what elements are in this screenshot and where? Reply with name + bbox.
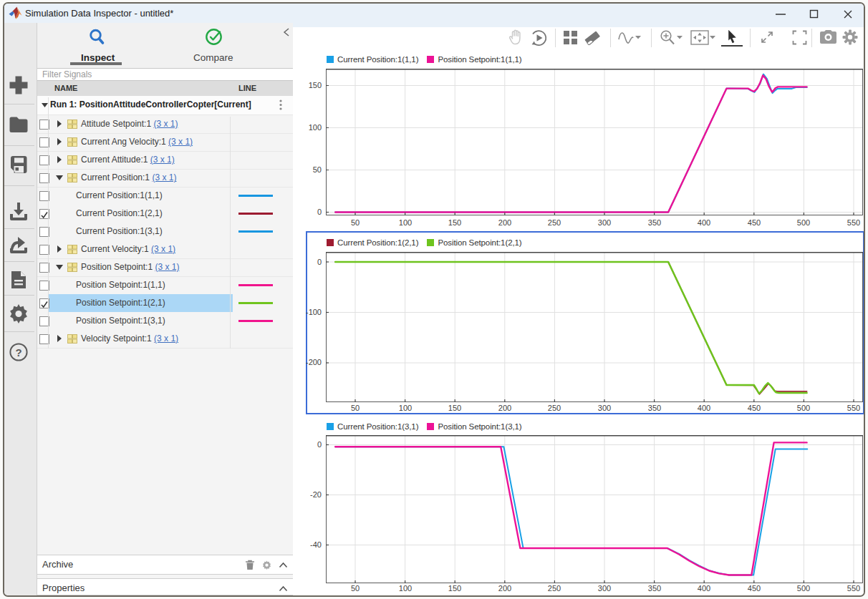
svg-text:?: ?: [15, 346, 21, 359]
